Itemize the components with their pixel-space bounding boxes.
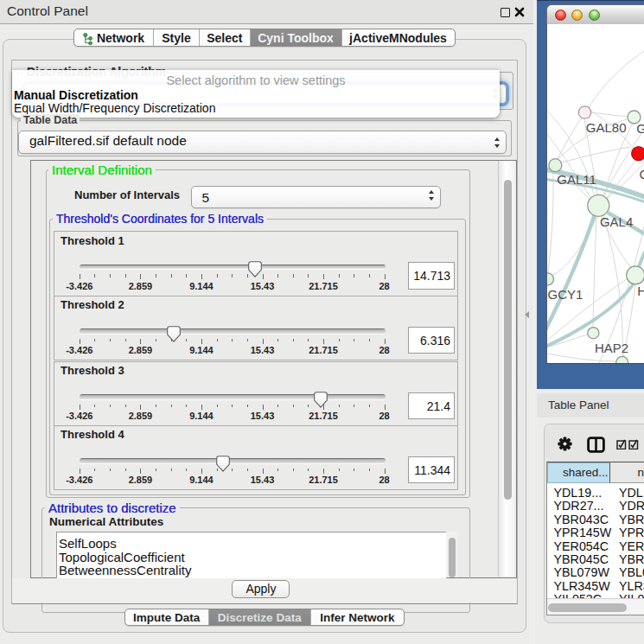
svg-text:GAL4: GAL4 (599, 214, 632, 228)
svg-text:HAP2: HAP2 (594, 341, 628, 355)
svg-text:GAL80: GAL80 (585, 119, 626, 134)
svg-text:H: H (637, 283, 644, 297)
svg-text:G: G (639, 166, 644, 181)
svg-text:GA: GA (636, 121, 644, 136)
svg-text:GAL11: GAL11 (557, 171, 596, 186)
svg-text:GCY1: GCY1 (547, 286, 583, 301)
